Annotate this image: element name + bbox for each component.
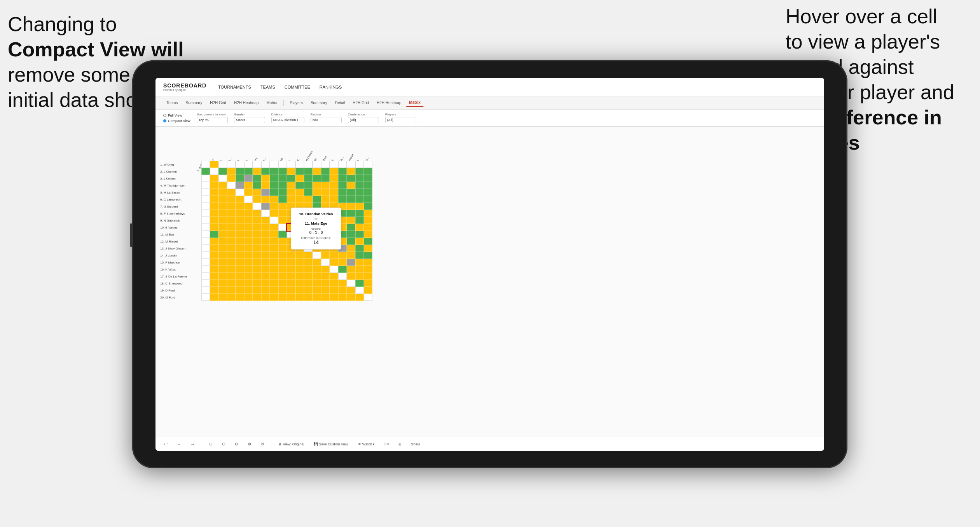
cell-14-5[interactable] (236, 252, 244, 259)
cell-13-8[interactable] (261, 245, 270, 252)
cell-16-2[interactable] (210, 266, 218, 273)
toolbar-zoom-out[interactable]: ⊖ (220, 440, 228, 448)
cell-17-17[interactable] (338, 273, 347, 280)
cell-3-1[interactable] (201, 175, 210, 182)
cell-11-6[interactable] (244, 231, 253, 238)
nav-rankings[interactable]: RANKINGS (320, 84, 342, 90)
cell-9-18[interactable] (347, 217, 355, 224)
cell-20-11[interactable] (287, 294, 295, 301)
cell-6-12[interactable] (295, 196, 304, 203)
cell-13-4[interactable] (227, 245, 236, 252)
cell-20-1[interactable] (201, 294, 210, 301)
cell-15-19[interactable] (355, 259, 364, 266)
cell-5-3[interactable] (218, 189, 227, 196)
cell-15-8[interactable] (261, 259, 270, 266)
sub-nav-h2h-heatmap2[interactable]: H2H Heatmap (374, 99, 404, 106)
cell-16-11[interactable] (287, 266, 295, 273)
cell-3-12[interactable] (295, 175, 304, 182)
cell-17-19[interactable] (355, 273, 364, 280)
cell-12-19[interactable] (355, 238, 364, 245)
cell-1-12[interactable] (295, 161, 304, 168)
cell-18-6[interactable] (244, 280, 253, 287)
cell-17-12[interactable] (295, 273, 304, 280)
toolbar-zoom-in[interactable]: ⊕ (207, 440, 215, 448)
cell-6-14[interactable] (313, 196, 321, 203)
cell-11-5[interactable] (236, 231, 244, 238)
cell-4-12[interactable] (295, 182, 304, 189)
cell-6-8[interactable] (261, 196, 270, 203)
cell-17-9[interactable] (270, 273, 278, 280)
cell-14-18[interactable] (347, 252, 355, 259)
cell-16-7[interactable] (253, 266, 261, 273)
cell-20-4[interactable] (227, 294, 236, 301)
cell-19-18[interactable] (347, 287, 355, 294)
cell-10-18[interactable] (347, 224, 355, 231)
cell-1-16[interactable] (330, 161, 338, 168)
cell-2-12[interactable] (295, 168, 304, 175)
cell-20-14[interactable] (313, 294, 321, 301)
cell-7-1[interactable] (201, 203, 210, 210)
cell-9-19[interactable] (355, 217, 364, 224)
cell-9-7[interactable] (253, 217, 261, 224)
cell-5-11[interactable] (287, 189, 295, 196)
cell-6-20[interactable] (364, 196, 372, 203)
cell-11-2[interactable] (210, 231, 218, 238)
cell-15-11[interactable] (287, 259, 295, 266)
filter-gender-select[interactable]: Men's (234, 117, 265, 123)
toolbar-save-custom[interactable]: 💾 Save Custom View (311, 441, 351, 447)
cell-6-2[interactable] (210, 196, 218, 203)
sub-nav-h2h-grid1[interactable]: H2H Grid (207, 99, 229, 106)
cell-1-1[interactable] (201, 161, 210, 168)
cell-19-13[interactable] (304, 287, 313, 294)
cell-1-13[interactable] (304, 161, 313, 168)
cell-11-7[interactable] (253, 231, 261, 238)
cell-7-18[interactable] (347, 203, 355, 210)
cell-19-16[interactable] (330, 287, 338, 294)
cell-17-4[interactable] (227, 273, 236, 280)
cell-3-19[interactable] (355, 175, 364, 182)
cell-17-14[interactable] (313, 273, 321, 280)
cell-16-4[interactable] (227, 266, 236, 273)
cell-20-3[interactable] (218, 294, 227, 301)
cell-19-19[interactable] (355, 287, 364, 294)
cell-3-2[interactable] (210, 175, 218, 182)
toolbar-settings[interactable]: ⊛ (245, 440, 253, 448)
toolbar-forward[interactable]: → (188, 441, 197, 448)
cell-17-8[interactable] (261, 273, 270, 280)
cell-17-11[interactable] (287, 273, 295, 280)
cell-13-5[interactable] (236, 245, 244, 252)
cell-3-13[interactable] (304, 175, 313, 182)
cell-2-10[interactable] (278, 168, 287, 175)
cell-14-15[interactable] (321, 252, 330, 259)
cell-6-10[interactable] (278, 196, 287, 203)
toolbar-grid[interactable]: ⊞ (396, 441, 404, 447)
cell-20-5[interactable] (236, 294, 244, 301)
cell-1-9[interactable] (270, 161, 278, 168)
cell-18-9[interactable] (270, 280, 278, 287)
cell-4-13[interactable] (304, 182, 313, 189)
cell-3-16[interactable] (330, 175, 338, 182)
cell-7-8[interactable] (261, 203, 270, 210)
cell-6-1[interactable] (201, 196, 210, 203)
toolbar-watch[interactable]: 👁 Watch ▾ (355, 441, 377, 447)
cell-14-9[interactable] (270, 252, 278, 259)
sub-nav-h2h-grid2[interactable]: H2H Grid (349, 99, 372, 106)
cell-16-3[interactable] (218, 266, 227, 273)
cell-1-17[interactable] (338, 161, 347, 168)
cell-11-9[interactable] (270, 231, 278, 238)
cell-20-7[interactable] (253, 294, 261, 301)
cell-13-2[interactable] (210, 245, 218, 252)
cell-18-20[interactable] (364, 280, 372, 287)
cell-8-9[interactable] (270, 210, 278, 217)
cell-14-13[interactable] (304, 252, 313, 259)
cell-4-8[interactable] (261, 182, 270, 189)
cell-16-12[interactable] (295, 266, 304, 273)
cell-16-9[interactable] (270, 266, 278, 273)
cell-10-10[interactable] (278, 224, 287, 231)
cell-20-12[interactable] (295, 294, 304, 301)
cell-19-1[interactable] (201, 287, 210, 294)
cell-15-2[interactable] (210, 259, 218, 266)
cell-11-20[interactable] (364, 231, 372, 238)
cell-14-3[interactable] (218, 252, 227, 259)
cell-3-10[interactable] (278, 175, 287, 182)
